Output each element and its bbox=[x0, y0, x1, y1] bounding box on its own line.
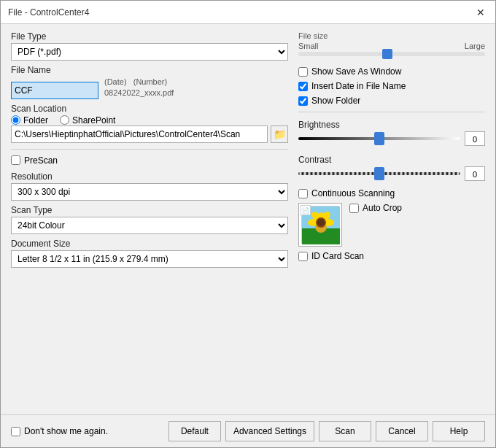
insert-date-checkbox[interactable] bbox=[298, 82, 308, 91]
title-bar: File - ControlCenter4 ✕ bbox=[1, 1, 495, 24]
dont-show-checkbox[interactable] bbox=[11, 427, 20, 436]
left-column: File Type PDF (*.pdf) File Name (Date) (… bbox=[11, 31, 288, 407]
show-folder-checkbox[interactable] bbox=[298, 96, 308, 106]
document-size-label: Document Size bbox=[11, 239, 288, 249]
red-arrow-svg bbox=[0, 391, 10, 442]
close-button[interactable]: ✕ bbox=[473, 5, 488, 20]
auto-crop-text: Auto Crop bbox=[363, 203, 402, 213]
prescan-section: PreScan bbox=[11, 155, 288, 167]
auto-crop-area: Auto Crop bbox=[349, 203, 402, 213]
cancel-button[interactable]: Cancel bbox=[376, 421, 428, 441]
file-name-label: File Name bbox=[11, 65, 288, 75]
insert-date-checkbox-label[interactable]: Insert Date in File Name bbox=[298, 81, 485, 91]
brightness-section: Brightness 0 bbox=[298, 120, 485, 149]
scan-button[interactable]: Scan bbox=[319, 421, 371, 441]
file-preview: 08242022_xxxx.pdf bbox=[104, 88, 174, 99]
thumbnail-preview: 📄 bbox=[298, 203, 342, 247]
id-card-scan-text: ID Card Scan bbox=[311, 251, 364, 261]
resolution-label: Resolution bbox=[11, 171, 288, 182]
document-size-dropdown[interactable]: Letter 8 1/2 x 11 in (215.9 x 279.4 mm) bbox=[11, 250, 288, 268]
date-number-labels: (Date) (Number) bbox=[104, 77, 174, 88]
scan-location-label: Scan Location bbox=[11, 104, 288, 114]
prescan-text: PreScan bbox=[24, 155, 58, 166]
continuous-scanning-text: Continuous Scanning bbox=[311, 188, 395, 198]
file-name-row: (Date) (Number) 08242022_xxxx.pdf bbox=[11, 77, 288, 99]
main-window: File - ControlCenter4 ✕ File Type PDF (*… bbox=[0, 0, 496, 448]
scan-location-section: Scan Location Folder SharePoint bbox=[11, 104, 288, 143]
default-button[interactable]: Default bbox=[168, 421, 221, 441]
date-label: (Date) bbox=[104, 77, 127, 86]
show-folder-text: Show Folder bbox=[311, 96, 360, 106]
path-input[interactable] bbox=[11, 125, 268, 143]
main-content: File Type PDF (*.pdf) File Name (Date) (… bbox=[1, 24, 495, 414]
file-size-thumb bbox=[382, 49, 392, 59]
scan-type-section: Scan Type 24bit Colour bbox=[11, 205, 288, 234]
folder-radio[interactable] bbox=[11, 115, 20, 125]
id-card-scan-label[interactable]: ID Card Scan bbox=[298, 251, 485, 261]
bottom-left: Don't show me again. bbox=[11, 426, 108, 436]
folder-label: Folder bbox=[23, 115, 48, 125]
dont-show-label[interactable]: Don't show me again. bbox=[11, 426, 108, 436]
brightness-slider[interactable] bbox=[298, 137, 460, 140]
contrast-slider-row: 0 bbox=[298, 166, 485, 181]
layout: File Type PDF (*.pdf) File Name (Date) (… bbox=[11, 31, 485, 407]
auto-crop-checkbox[interactable] bbox=[349, 204, 359, 213]
advanced-settings-button[interactable]: Advanced Settings bbox=[225, 421, 314, 441]
window-title: File - ControlCenter4 bbox=[8, 7, 89, 18]
dont-show-text: Don't show me again. bbox=[24, 426, 108, 436]
file-type-label: File Type bbox=[11, 31, 288, 42]
file-type-dropdown[interactable]: PDF (*.pdf) bbox=[11, 43, 288, 61]
insert-date-text: Insert Date in File Name bbox=[311, 81, 406, 91]
scan-type-label: Scan Type bbox=[11, 205, 288, 215]
brightness-value: 0 bbox=[465, 131, 485, 146]
continuous-scanning-label[interactable]: Continuous Scanning bbox=[298, 188, 485, 198]
auto-crop-label[interactable]: Auto Crop bbox=[349, 203, 402, 213]
brightness-label: Brightness bbox=[298, 120, 485, 130]
small-label: Small bbox=[298, 42, 319, 50]
large-label: Large bbox=[465, 42, 485, 50]
file-size-section: File size Small Large bbox=[298, 31, 485, 59]
thumbnail-area: 📄 Auto Crop bbox=[298, 203, 485, 247]
file-size-label: File size bbox=[298, 31, 328, 40]
file-name-input[interactable] bbox=[11, 82, 98, 99]
show-folder-checkbox-label[interactable]: Show Folder bbox=[298, 96, 485, 106]
file-type-section: File Type PDF (*.pdf) bbox=[11, 31, 288, 61]
scan-location-options: Folder SharePoint bbox=[11, 115, 288, 125]
sharepoint-radio-label[interactable]: SharePoint bbox=[60, 115, 115, 125]
file-name-section: File Name (Date) (Number) 08242022_xxxx.… bbox=[11, 65, 288, 99]
show-save-as-checkbox[interactable] bbox=[298, 67, 308, 77]
show-save-as-text: Show Save As Window bbox=[311, 66, 401, 77]
brightness-slider-row: 0 bbox=[298, 131, 485, 146]
folder-radio-label[interactable]: Folder bbox=[11, 115, 48, 125]
sharepoint-radio[interactable] bbox=[60, 115, 69, 125]
bottom-buttons: Default Advanced Settings Scan Cancel He… bbox=[168, 421, 485, 441]
browse-folder-button[interactable]: 📁 bbox=[271, 125, 288, 143]
path-row: 📁 bbox=[11, 125, 288, 143]
document-size-section: Document Size Letter 8 1/2 x 11 in (215.… bbox=[11, 239, 288, 268]
right-column: File size Small Large Show Save As Windo… bbox=[298, 31, 485, 407]
resolution-section: Resolution 300 x 300 dpi bbox=[11, 171, 288, 201]
resolution-dropdown[interactable]: 300 x 300 dpi bbox=[11, 183, 288, 201]
scan-type-dropdown[interactable]: 24bit Colour bbox=[11, 217, 288, 234]
number-label: (Number) bbox=[133, 77, 167, 86]
bottom-bar: Don't show me again. Default Advanced Se… bbox=[1, 414, 495, 447]
show-save-as-checkbox-label[interactable]: Show Save As Window bbox=[298, 66, 485, 77]
prescan-label[interactable]: PreScan bbox=[11, 155, 288, 166]
contrast-value: 0 bbox=[465, 166, 485, 181]
file-size-labels: File size bbox=[298, 31, 485, 40]
help-button[interactable]: Help bbox=[433, 421, 485, 441]
contrast-label: Contrast bbox=[298, 155, 485, 165]
sharepoint-label: SharePoint bbox=[72, 115, 115, 125]
file-size-track bbox=[298, 52, 485, 56]
thumbnail-badge: 📄 bbox=[301, 205, 311, 215]
svg-point-9 bbox=[317, 219, 325, 226]
continuous-scanning-checkbox[interactable] bbox=[298, 189, 308, 198]
id-card-scan-checkbox[interactable] bbox=[298, 252, 308, 261]
contrast-section: Contrast 0 bbox=[298, 155, 485, 184]
divider2 bbox=[298, 112, 485, 112]
divider1 bbox=[11, 149, 288, 150]
contrast-slider[interactable] bbox=[298, 172, 460, 175]
prescan-checkbox[interactable] bbox=[11, 155, 20, 165]
date-number-info: (Date) (Number) 08242022_xxxx.pdf bbox=[104, 77, 174, 99]
